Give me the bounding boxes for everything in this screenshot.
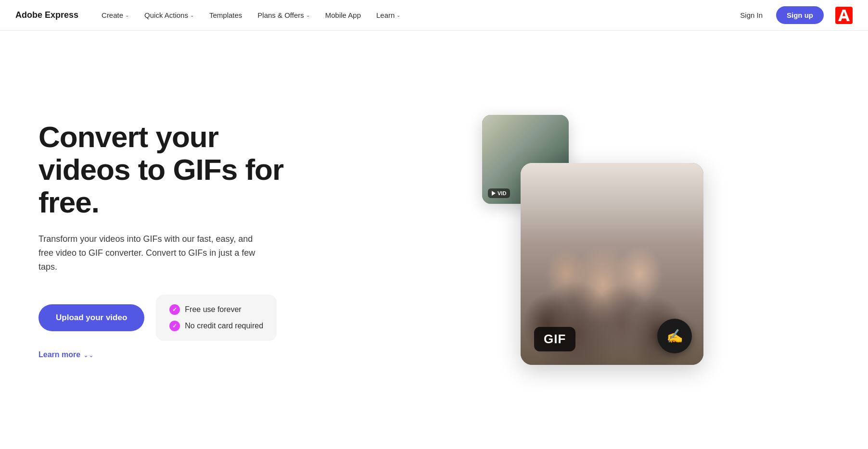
gif-badge: GIF [534,327,575,351]
navbar-actions: Sign In Sign up [734,6,853,24]
nav-label-templates: Templates [209,11,242,19]
nav-item-create[interactable]: Create ⌄ [96,7,135,23]
cursor-icon: ✍ [666,328,683,344]
hero-subtitle: Transform your videos into GIFs with our… [38,232,269,274]
feature-item-free-use: Free use forever [169,304,263,315]
nav-label-plans-offers: Plans & Offers [257,11,304,19]
gif-card-image: GIF ✍ [521,163,703,365]
logo[interactable]: Adobe Express [15,10,78,20]
sign-in-button[interactable]: Sign In [734,7,768,23]
nav-item-plans-offers[interactable]: Plans & Offers ⌄ [252,7,315,23]
nav-item-quick-actions[interactable]: Quick Actions ⌄ [139,7,200,23]
nav-item-mobile-app[interactable]: Mobile App [319,7,367,23]
nav-label-quick-actions: Quick Actions [144,11,188,19]
visual-container: VID GIF ✍ [453,115,703,365]
gif-card: GIF ✍ [521,163,703,365]
navbar: Adobe Express Create ⌄ Quick Actions ⌄ T… [0,0,868,31]
upload-video-button[interactable]: Upload your video [38,304,144,331]
hero-visual: VID GIF ✍ [337,115,820,365]
vid-badge: VID [488,188,510,198]
nav-label-mobile-app: Mobile App [325,11,361,19]
nav-label-create: Create [102,11,123,19]
check-icon [169,321,180,331]
nav-item-templates[interactable]: Templates [204,7,248,23]
chevron-down-icon: ⌄ [190,12,194,18]
hero-cta-row: Upload your video Free use forever No cr… [38,295,308,341]
hero-title: Convert your videos to GIFs for free. [38,121,308,219]
feature-label-no-credit-card: No credit card required [185,322,263,330]
hero-content: Convert your videos to GIFs for free. Tr… [38,121,308,360]
adobe-logo-icon[interactable] [835,7,853,24]
sign-up-button[interactable]: Sign up [776,6,824,24]
chevron-down-icon: ⌄⌄ [83,351,94,359]
hero-section: Convert your videos to GIFs for free. Tr… [0,31,868,449]
nav-label-learn: Learn [376,11,395,19]
action-circle-button[interactable]: ✍ [657,319,692,353]
vid-badge-label: VID [498,190,506,196]
nav-menu: Create ⌄ Quick Actions ⌄ Templates Plans… [96,7,734,23]
nav-item-learn[interactable]: Learn ⌄ [370,7,406,23]
chevron-down-icon: ⌄ [306,12,310,18]
chevron-down-icon: ⌄ [125,12,129,18]
chevron-down-icon: ⌄ [396,12,400,18]
learn-more-row: Learn more ⌄⌄ [38,350,308,359]
learn-more-link[interactable]: Learn more [38,350,80,359]
play-icon [492,191,496,196]
feature-label-free-use: Free use forever [185,305,241,314]
check-icon [169,304,180,315]
svg-rect-0 [835,7,853,24]
feature-item-no-credit-card: No credit card required [169,321,263,331]
features-card: Free use forever No credit card required [156,295,277,341]
